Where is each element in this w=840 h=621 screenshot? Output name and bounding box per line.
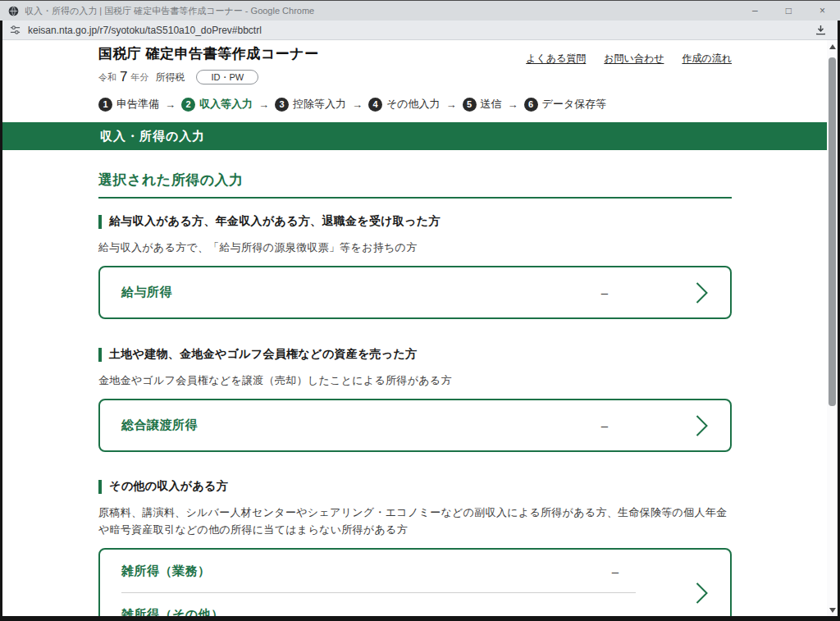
step-arrow-icon: →: [508, 98, 518, 111]
section-accent-bar: [98, 480, 102, 494]
year-number: 7: [120, 69, 127, 85]
era-label: 令和: [98, 71, 116, 84]
card-misc-income[interactable]: 雑所得（業務） – 雑所得（その他） –: [98, 548, 732, 616]
card-row-misc-business[interactable]: 雑所得（業務） –: [100, 550, 730, 592]
step-1-number-icon: 1: [98, 98, 112, 112]
page-content: 国税庁 確定申告書等作成コーナー よくある質問 お問い合わせ 作成の流れ 令和 …: [2, 40, 838, 616]
idpw-badge: ID・PW: [196, 70, 258, 84]
window-edge: [0, 21, 2, 621]
page-favicon-icon: [8, 6, 19, 16]
card-amount-value: –: [596, 285, 613, 299]
step-6-save-data[interactable]: 6データ保存等: [524, 97, 607, 112]
section-description: 原稿料、講演料、シルバー人材センターやシェアリング・エコノミーなどの副収入による…: [98, 504, 732, 538]
url-text[interactable]: keisan.nta.go.jp/r7/syotoku/taS510a10_do…: [28, 25, 815, 36]
step-5-number-icon: 5: [463, 98, 477, 112]
chevron-right-icon: [695, 582, 709, 605]
section-description: 給与収入がある方で、「給与所得の源泉徴収票」等をお持ちの方: [98, 239, 732, 256]
section-heading: その他の収入がある方: [109, 479, 228, 494]
card-comprehensive-transfer-income[interactable]: 総合譲渡所得 –: [98, 399, 732, 452]
download-icon[interactable]: [815, 24, 827, 36]
window-controls: – □ ×: [752, 6, 832, 16]
step-arrow-icon: →: [258, 98, 269, 111]
link-faq[interactable]: よくある質問: [526, 52, 586, 66]
link-creation-flow[interactable]: 作成の流れ: [682, 52, 732, 66]
section-description: 金地金やゴルフ会員権などを譲渡（売却）したことによる所得がある方: [98, 372, 732, 389]
section-heading: 給与収入がある方、年金収入がある方、退職金を受け取った方: [109, 214, 441, 229]
step-4-other-input[interactable]: 4その他入力: [368, 97, 441, 112]
window-edge: [0, 616, 840, 621]
step-2-number-icon: 2: [181, 98, 195, 112]
scroll-down-arrow-icon[interactable]: [829, 608, 836, 613]
step-3-deductions[interactable]: 3控除等入力: [275, 97, 346, 112]
section-heading: 土地や建物、金地金やゴルフ会員権などの資産を売った方: [109, 347, 417, 362]
step-arrow-icon: →: [352, 98, 363, 111]
chevron-right-icon: [695, 414, 709, 437]
chevron-right-icon: [695, 281, 709, 304]
card-amount-value: –: [607, 564, 623, 578]
card-row-misc-other[interactable]: 雑所得（その他） –: [100, 593, 730, 616]
step-2-income-input[interactable]: 2収入等入力: [181, 97, 253, 112]
section-accent-bar: [98, 348, 102, 362]
site-title: 国税庁 確定申告書等作成コーナー: [98, 44, 319, 63]
page-title: 選択された所得の入力: [98, 171, 732, 189]
tax-year-row: 令和 7 年分 所得税 ID・PW: [98, 69, 732, 85]
tax-type-label: 所得税: [155, 71, 185, 84]
step-6-number-icon: 6: [524, 98, 538, 112]
section-asset-sale: 土地や建物、金地金やゴルフ会員権などの資産を売った方 金地金やゴルフ会員権などを…: [98, 347, 732, 452]
link-contact[interactable]: お問い合わせ: [604, 52, 664, 66]
card-label: 雑所得（その他）: [121, 607, 224, 616]
window-title: 収入・所得の入力 | 国税庁 確定申告書等作成コーナー - Google Chr…: [25, 5, 752, 17]
banner-title: 収入・所得の入力: [2, 122, 838, 150]
section-salary-income: 給与収入がある方、年金収入がある方、退職金を受け取った方 給与収入がある方で、「…: [98, 214, 732, 319]
minimize-button[interactable]: –: [752, 6, 758, 16]
section-banner: 収入・所得の入力: [2, 122, 838, 150]
window-titlebar: 収入・所得の入力 | 国税庁 確定申告書等作成コーナー - Google Chr…: [0, 0, 840, 21]
scrollbar-thumb[interactable]: [829, 57, 836, 406]
card-amount-value: –: [607, 608, 623, 616]
section-other-income: その他の収入がある方 原稿料、講演料、シルバー人材センターやシェアリング・エコノ…: [98, 479, 732, 616]
step-1-preparation[interactable]: 1申告準備: [98, 97, 159, 112]
scroll-up-arrow-icon[interactable]: [829, 44, 836, 49]
step-4-number-icon: 4: [368, 98, 382, 112]
card-salary-income[interactable]: 給与所得 –: [98, 266, 732, 319]
section-accent-bar: [98, 215, 102, 229]
card-amount-value: –: [596, 418, 613, 432]
scrollbar[interactable]: [827, 40, 838, 616]
header-links: よくある質問 お問い合わせ 作成の流れ: [526, 52, 732, 66]
card-label: 雑所得（業務）: [121, 564, 211, 579]
step-arrow-icon: →: [446, 98, 457, 111]
year-suffix: 年分: [130, 71, 148, 84]
maximize-button[interactable]: □: [786, 6, 792, 16]
card-label: 給与所得: [121, 285, 172, 300]
close-button[interactable]: ×: [819, 6, 825, 16]
step-3-number-icon: 3: [275, 98, 289, 112]
step-navigation: 1申告準備 → 2収入等入力 → 3控除等入力 → 4その他入力 → 5送信 →…: [98, 97, 732, 112]
step-arrow-icon: →: [165, 98, 176, 111]
card-label: 総合譲渡所得: [121, 418, 198, 433]
step-5-submit[interactable]: 5送信: [463, 97, 502, 112]
url-bar[interactable]: keisan.nta.go.jp/r7/syotoku/taS510a10_do…: [0, 21, 840, 40]
site-settings-icon[interactable]: [10, 25, 21, 35]
